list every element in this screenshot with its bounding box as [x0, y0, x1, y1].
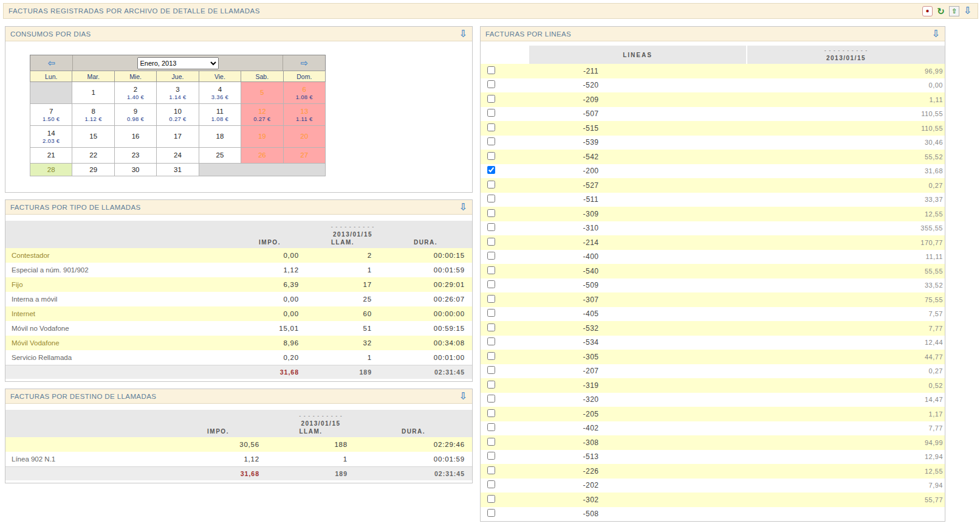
line-number: -211: [528, 67, 745, 75]
line-amount: 33,52: [745, 282, 945, 289]
calendar-day-cell[interactable]: 81.12 €: [72, 104, 114, 126]
calendar-day-cell[interactable]: 18: [199, 126, 241, 148]
calendar-day-amount: 1.08 €: [199, 116, 241, 122]
calendar-day-cell[interactable]: 111.08 €: [199, 104, 241, 126]
line-checkbox[interactable]: [487, 137, 495, 145]
line-amount: 0,27: [745, 367, 945, 375]
line-checkbox[interactable]: [487, 280, 495, 288]
calendar-day-cell[interactable]: 43.36 €: [199, 82, 241, 104]
line-checkbox[interactable]: [487, 209, 495, 217]
calendar-day-cell[interactable]: 21.40 €: [114, 82, 156, 104]
calendar-day-amount: 2.03 €: [30, 137, 72, 144]
calendar-day-cell[interactable]: 25: [199, 148, 241, 164]
calendar-day-cell[interactable]: 100.27 €: [157, 104, 199, 126]
line-number: -305: [528, 353, 745, 361]
column-header-lineas: LINEAS: [529, 52, 746, 58]
calendar-day-cell[interactable]: 26: [241, 148, 283, 164]
calendar-day-cell[interactable]: 20: [283, 126, 325, 148]
calendar-day-cell[interactable]: 30: [114, 164, 156, 176]
line-checkbox[interactable]: [487, 166, 495, 174]
line-checkbox[interactable]: [487, 95, 495, 103]
line-checkbox[interactable]: [487, 266, 495, 274]
collapse-arrow-icon[interactable]: ⇩: [459, 202, 467, 212]
month-select[interactable]: Enero, 2013: [137, 57, 219, 69]
line-checkbox[interactable]: [487, 352, 495, 360]
calendar-day-cell[interactable]: 61.08 €: [283, 82, 325, 104]
collapse-arrow-icon[interactable]: ⇩: [932, 29, 940, 39]
line-checkbox[interactable]: [487, 223, 495, 231]
calendar-prev-button[interactable]: ⇦: [30, 55, 72, 71]
line-checkbox[interactable]: [487, 366, 495, 374]
line-checkbox[interactable]: [487, 181, 495, 188]
collapse-arrow-icon[interactable]: ⇩: [459, 392, 467, 401]
calendar-day-cell[interactable]: 1: [72, 82, 114, 104]
line-checkbox[interactable]: [487, 66, 495, 74]
line-number: -532: [528, 324, 745, 333]
consumos-panel-header: CONSUMOS POR DIAS ⇩: [5, 27, 472, 41]
calendar-day-cell[interactable]: 90.98 €: [114, 104, 156, 126]
calendar-day-cell[interactable]: 17: [157, 126, 199, 148]
line-checkbox[interactable]: [487, 509, 495, 517]
line-checkbox[interactable]: [487, 252, 495, 260]
line-checkbox[interactable]: [487, 423, 495, 431]
record-icon[interactable]: ●: [922, 6, 933, 16]
calendar-day-cell[interactable]: 131.11 €: [283, 104, 325, 126]
line-checkbox-cell: [481, 66, 528, 76]
llam-value: 1: [267, 455, 355, 463]
line-number: -508: [528, 510, 745, 518]
line-checkbox[interactable]: [487, 381, 495, 389]
line-checkbox[interactable]: [487, 495, 495, 503]
calendar-day-number: 20: [284, 132, 325, 140]
line-checkbox[interactable]: [487, 452, 495, 460]
calendar-day-cell[interactable]: 71.50 €: [30, 104, 72, 126]
line-row: -53412,44: [481, 336, 945, 350]
line-checkbox[interactable]: [487, 109, 495, 117]
line-amount: 12,55: [745, 468, 945, 475]
calendar-day-cell[interactable]: 22: [72, 148, 114, 164]
line-checkbox[interactable]: [487, 480, 495, 488]
line-checkbox-cell: [481, 109, 528, 119]
line-checkbox[interactable]: [487, 295, 495, 303]
calendar-day-cell[interactable]: 29: [72, 164, 114, 176]
calendar-day-number: 21: [30, 151, 72, 159]
calendar-day-cell[interactable]: 27: [283, 148, 325, 164]
line-checkbox[interactable]: [487, 195, 495, 202]
line-checkbox[interactable]: [487, 238, 495, 246]
calendar-day-number: 19: [241, 132, 283, 140]
calendar-day-cell[interactable]: 31: [157, 164, 199, 176]
line-row: -20031,68: [481, 164, 945, 179]
row-label: Fijo: [5, 281, 233, 288]
line-amount: 11,11: [745, 253, 945, 260]
calendar-day-cell[interactable]: 23: [114, 148, 156, 164]
line-checkbox[interactable]: [487, 152, 495, 160]
line-checkbox[interactable]: [487, 123, 495, 131]
line-checkbox[interactable]: [487, 395, 495, 403]
calendar-day-cell[interactable]: 28: [30, 164, 72, 176]
line-checkbox[interactable]: [487, 409, 495, 417]
line-checkbox[interactable]: [487, 309, 495, 317]
line-checkbox[interactable]: [487, 466, 495, 474]
export-icon[interactable]: ⇧: [949, 6, 959, 16]
calendar-day-cell[interactable]: 19: [241, 126, 283, 148]
line-checkbox[interactable]: [487, 80, 495, 88]
line-checkbox[interactable]: [487, 337, 495, 345]
refresh-icon[interactable]: ↻: [936, 6, 946, 16]
row-label: Interna a móvil: [5, 296, 233, 303]
line-checkbox[interactable]: [487, 438, 495, 446]
download-icon[interactable]: ⇩: [962, 6, 973, 16]
calendar-day-cell[interactable]: 21: [30, 148, 72, 164]
calendar-day-cell[interactable]: 15: [72, 126, 114, 148]
collapse-arrow-icon[interactable]: ⇩: [459, 29, 467, 39]
calendar-day-number: 5: [241, 88, 283, 97]
calendar-day-cell[interactable]: 142.03 €: [30, 126, 72, 148]
impo-value: 8,96: [233, 339, 306, 347]
line-amount: 110,55: [745, 125, 945, 132]
calendar-day-cell[interactable]: 120.27 €: [241, 104, 283, 126]
line-checkbox[interactable]: [487, 323, 495, 331]
calendar-day-cell[interactable]: 16: [114, 126, 156, 148]
calendar-day-number: 9: [115, 107, 156, 116]
calendar-day-cell[interactable]: 5: [241, 82, 283, 104]
calendar-next-button[interactable]: ⇨: [283, 55, 325, 71]
calendar-day-cell[interactable]: 24: [157, 148, 199, 164]
calendar-day-cell[interactable]: 31.14 €: [157, 82, 199, 104]
